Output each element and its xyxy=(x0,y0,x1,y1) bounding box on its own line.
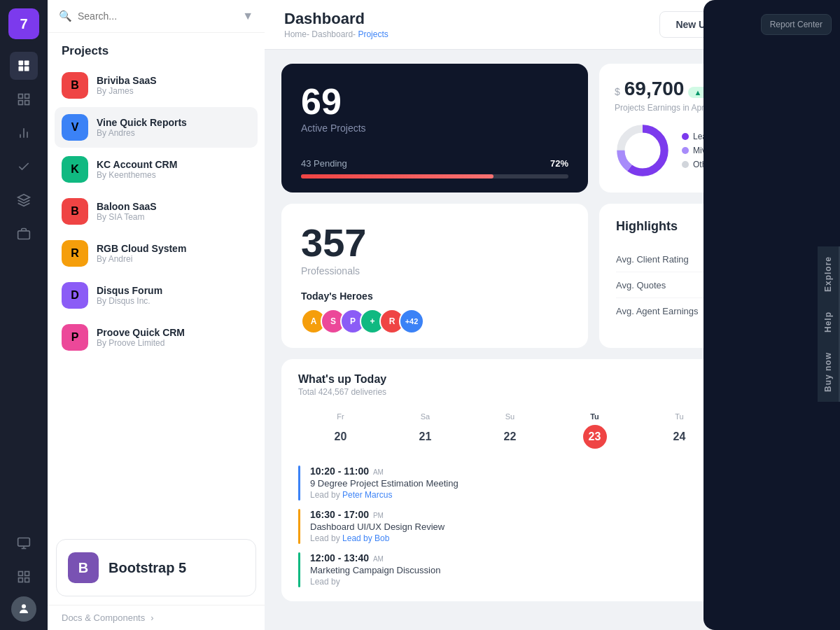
prof-number: 357 xyxy=(301,223,568,262)
search-icon: 🔍 xyxy=(59,10,72,22)
user-number-badge[interactable]: 7 xyxy=(8,8,39,39)
svg-rect-19 xyxy=(25,578,29,582)
project-by-kc: By Keenthemes xyxy=(97,170,177,180)
heroes-label: Today's Heroes xyxy=(301,290,568,302)
docs-arrow: › xyxy=(150,612,153,623)
project-item-kc[interactable]: K KC Account CRM By Keenthemes xyxy=(55,149,258,190)
event-ampm: AM xyxy=(373,468,384,476)
breadcrumb-home: Home- xyxy=(284,29,309,39)
ap-pct: 72% xyxy=(550,158,568,169)
project-name-rgb: RGB Cloud System xyxy=(97,243,186,254)
filter-icon[interactable]: ▼ xyxy=(242,10,253,22)
project-by-vine: By Andres xyxy=(97,128,187,138)
cal-subtitle: Total 424,567 deliveries xyxy=(298,387,386,397)
donut-chart xyxy=(615,122,671,178)
avatar[interactable] xyxy=(11,596,36,622)
event-time: 10:20 - 11:00 AM xyxy=(310,465,458,477)
day-num: 23 xyxy=(583,425,607,449)
project-item-proove[interactable]: P Proove Quick CRM By Proove Limited xyxy=(55,317,258,358)
project-info-kc: KC Account CRM By Keenthemes xyxy=(97,159,177,180)
project-item-baloon[interactable]: B Baloon SaaS By SIA Team xyxy=(55,191,258,232)
cal-day-21[interactable]: Sa21 xyxy=(383,407,468,454)
svg-rect-13 xyxy=(18,538,30,547)
legend-dot xyxy=(682,133,689,140)
legend-dot xyxy=(682,147,689,154)
project-name-vine: Vine Quick Reports xyxy=(97,117,187,128)
project-item-rgb[interactable]: R RGB Cloud System By Andrei xyxy=(55,233,258,274)
project-item-disqus[interactable]: D Disqus Forum By Disqus Inc. xyxy=(55,275,258,316)
project-logo-rgb: R xyxy=(62,240,88,267)
event-bar xyxy=(298,465,300,500)
svg-rect-17 xyxy=(25,572,29,576)
bootstrap-logo: B xyxy=(68,552,99,583)
event-title: Dashboard UI/UX Design Review xyxy=(310,522,444,532)
legend-dot xyxy=(682,161,689,168)
cal-day-23[interactable]: Tu23 xyxy=(552,407,637,454)
cal-header-left: What's up Today Total 424,567 deliveries xyxy=(298,373,386,397)
earnings-amount: 69,700 xyxy=(624,78,685,100)
event-ampm: PM xyxy=(373,512,384,519)
nav-icon-check[interactable] xyxy=(10,153,38,181)
nav-icon-monitor[interactable] xyxy=(10,529,38,557)
projects-label: Projects xyxy=(48,33,265,65)
right-tab-buy-now[interactable]: Buy now xyxy=(818,342,840,402)
day-num: 20 xyxy=(329,425,353,449)
project-logo-proove: P xyxy=(62,324,88,351)
search-bar: 🔍 ▼ xyxy=(48,0,265,33)
right-tab-explore[interactable]: Explore xyxy=(818,246,840,302)
project-info-disqus: Disqus Forum By Disqus Inc. xyxy=(97,285,162,306)
event-bar xyxy=(298,509,300,544)
hl-label: Avg. Client Rating xyxy=(616,254,689,265)
right-tab-help[interactable]: Help xyxy=(818,302,840,342)
nav-icon-apps[interactable] xyxy=(10,563,38,591)
event-title: 9 Degree Project Estimation Meeting xyxy=(310,478,458,489)
breadcrumb: Home- Dashboard- Projects xyxy=(284,29,388,39)
active-projects-number: 69 xyxy=(301,83,568,120)
nav-icon-grid[interactable] xyxy=(10,85,38,113)
bootstrap-card[interactable]: B Bootstrap 5 xyxy=(56,539,256,596)
project-info-baloon: Baloon SaaS By SIA Team xyxy=(97,201,157,222)
project-item-briviba[interactable]: B Briviba SaaS By James xyxy=(55,65,258,106)
event-content: 10:20 - 11:00 AM 9 Degree Project Estima… xyxy=(310,465,458,500)
project-item-vine[interactable]: V Vine Quick Reports By Andres xyxy=(55,107,258,148)
active-projects-card: 69 Active Projects 43 Pending 72% xyxy=(281,64,588,192)
bootstrap-label: Bootstrap 5 xyxy=(108,560,186,576)
day-num: 24 xyxy=(668,425,692,449)
svg-marker-11 xyxy=(18,195,30,200)
nav-icon-briefcase[interactable] xyxy=(10,220,38,248)
project-logo-vine: V xyxy=(62,114,88,141)
svg-rect-0 xyxy=(19,61,24,66)
report-center-button[interactable]: Report Center xyxy=(761,14,832,35)
event-lead-link[interactable]: Lead by Bob xyxy=(342,533,389,543)
progress-bar-bg xyxy=(301,174,568,178)
project-name-briviba: Briviba SaaS xyxy=(97,75,157,86)
cal-day-22[interactable]: Su22 xyxy=(468,407,552,454)
day-name: Sa xyxy=(386,412,465,421)
search-input[interactable] xyxy=(78,10,237,22)
prof-label: Professionals xyxy=(301,265,568,276)
right-panel-tabs-area: ExploreHelpBuy now xyxy=(704,35,840,613)
day-num: 22 xyxy=(498,425,522,449)
docs-bar[interactable]: Docs & Components › xyxy=(48,605,265,630)
svg-rect-12 xyxy=(18,231,30,239)
event-content: 16:30 - 17:00 PM Dashboard UI/UX Design … xyxy=(310,509,444,543)
event-lead: Lead by Lead by Bob xyxy=(310,533,444,543)
project-logo-baloon: B xyxy=(62,198,88,225)
professionals-card: 357 Professionals Today's Heroes ASP+R+4… xyxy=(281,204,588,348)
hl-label: Avg. Quotes xyxy=(616,280,666,290)
svg-rect-3 xyxy=(24,66,29,71)
event-lead-link[interactable]: Peter Marcus xyxy=(342,490,392,500)
cal-day-20[interactable]: Fr20 xyxy=(298,407,383,454)
svg-rect-4 xyxy=(19,94,23,99)
nav-icon-chart[interactable] xyxy=(10,119,38,147)
header-left: Dashboard Home- Dashboard- Projects xyxy=(284,10,388,39)
event-title: Marketing Campaign Discussion xyxy=(310,565,440,575)
project-name-baloon: Baloon SaaS xyxy=(97,201,157,212)
nav-icon-dashboard[interactable] xyxy=(10,52,38,80)
day-num: 21 xyxy=(414,425,438,449)
hl-label: Avg. Agent Earnings xyxy=(616,306,699,316)
project-name-kc: KC Account CRM xyxy=(97,159,177,170)
project-logo-disqus: D xyxy=(62,282,88,309)
nav-icon-layers[interactable] xyxy=(10,186,38,214)
svg-rect-1 xyxy=(24,61,29,66)
